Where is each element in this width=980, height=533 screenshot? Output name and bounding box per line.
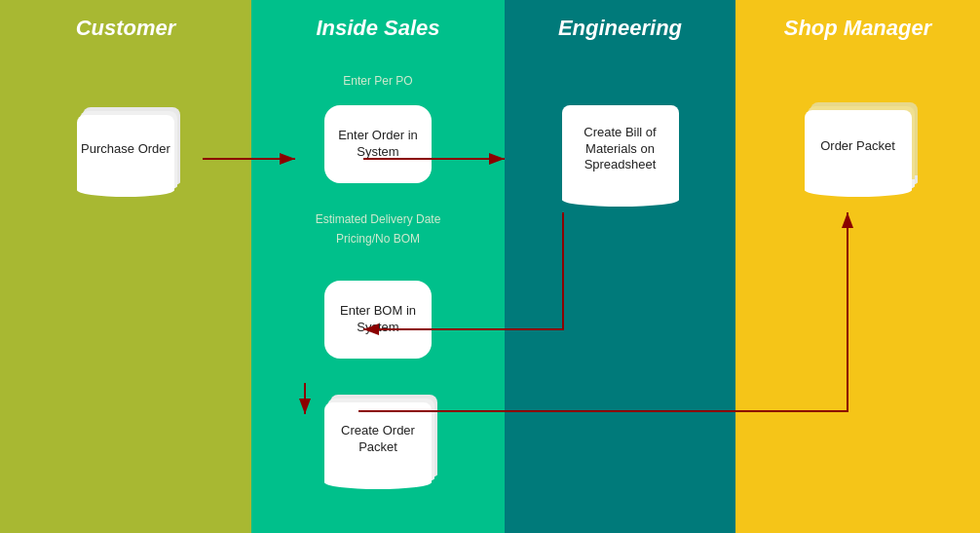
lane-header-customer: Customer <box>0 0 251 57</box>
create-order-packet-shape: Create Order Packet <box>324 402 432 476</box>
lane-body-inside-sales: Enter Per PO Enter Order in System Estim… <box>251 57 505 533</box>
enter-order-shape: Enter Order in System <box>324 105 432 183</box>
process-diagram: Customer Purchase Order Inside Sales Ent… <box>0 0 980 533</box>
annotation-enter-per-po: Enter Per PO <box>251 74 505 88</box>
annotation-estimated-delivery: Estimated Delivery Date <box>251 212 505 226</box>
enter-bom-shape: Enter BOM in System <box>324 281 432 359</box>
create-bom-label: Create Bill of Materials on Spreadsheet <box>562 125 679 174</box>
enter-order-label: Enter Order in System <box>324 128 432 161</box>
order-packet-shape: Order Packet <box>805 110 912 183</box>
lane-engineering: Engineering Create Bill of Materials on … <box>505 0 735 533</box>
lane-body-engineering: Create Bill of Materials on Spreadsheet <box>505 57 735 533</box>
lane-header-shop-manager: Shop Manager <box>735 0 980 57</box>
lane-shop-manager: Shop Manager Order Packet <box>735 0 980 533</box>
lane-header-engineering: Engineering <box>505 0 735 57</box>
order-packet-label: Order Packet <box>820 138 895 155</box>
annotation-pricing-no-bom: Pricing/No BOM <box>251 232 505 246</box>
lane-customer: Customer Purchase Order <box>0 0 251 533</box>
lane-body-customer: Purchase Order <box>0 57 251 533</box>
purchase-order-label: Purchase Order <box>81 141 170 158</box>
lane-inside-sales: Inside Sales Enter Per PO Enter Order in… <box>251 0 505 533</box>
create-bom-shape: Create Bill of Materials on Spreadsheet <box>562 105 679 193</box>
create-order-packet-label: Create Order Packet <box>324 423 432 456</box>
enter-bom-label: Enter BOM in System <box>324 303 432 336</box>
lane-header-inside-sales: Inside Sales <box>251 0 505 57</box>
purchase-order-shape: Purchase Order <box>77 115 174 183</box>
lane-body-shop-manager: Order Packet <box>735 57 980 533</box>
